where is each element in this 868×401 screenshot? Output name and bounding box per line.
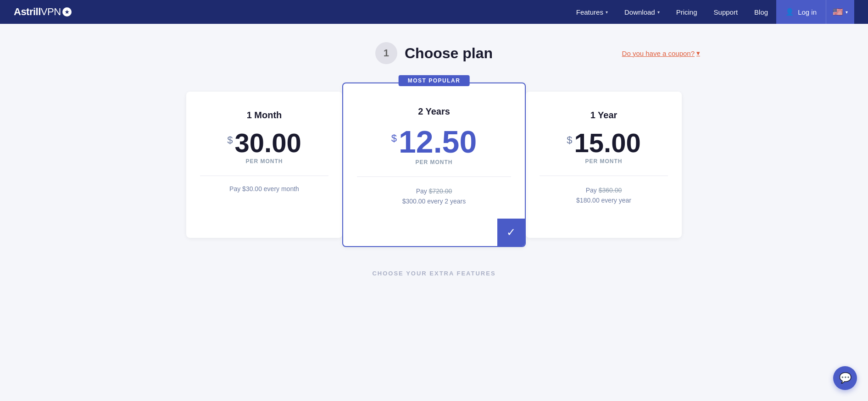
plan-amount-1month: 30.00 — [235, 130, 301, 156]
plan-currency-1year: $ — [567, 134, 572, 146]
nav-pricing[interactable]: Pricing — [668, 0, 706, 24]
nav-blog[interactable]: Blog — [746, 0, 776, 24]
plan-currency-2years: $ — [391, 132, 397, 144]
nav-features-label: Features — [576, 8, 603, 16]
plan-amount-1year: 15.00 — [574, 130, 641, 156]
plan-card-1month[interactable]: 1 Month $ 30.00 PER MONTH Pay $30.00 eve… — [186, 92, 342, 238]
plan-card-2years[interactable]: MOST POPULAR 2 Years $ 12.50 PER MONTH P… — [342, 82, 526, 247]
logo[interactable]: AstrillVPN★ — [14, 6, 72, 18]
extra-features-label: CHOOSE YOUR EXTRA FEATURES — [168, 270, 700, 277]
most-popular-badge: MOST POPULAR — [399, 75, 470, 86]
plan-billing-actual-2years: $300.00 every 2 years — [402, 198, 466, 205]
nav-download[interactable]: Download ▾ — [616, 0, 668, 24]
coupon-text: Do you have a coupon? — [622, 49, 695, 57]
plan-name-1year: 1 Year — [590, 110, 618, 121]
flag-icon: 🇺🇸 — [833, 7, 843, 17]
navbar-nav: Features ▾ Download ▾ Pricing Support Bl… — [568, 0, 854, 24]
language-selector[interactable]: 🇺🇸 ▾ — [826, 0, 854, 24]
nav-pricing-label: Pricing — [676, 8, 697, 16]
nav-download-chevron-icon: ▾ — [657, 10, 660, 15]
plan-per-month-1month: PER MONTH — [246, 158, 283, 165]
plan-price-block-1month: $ 30.00 — [227, 130, 301, 156]
plan-billing-text-1month: Pay $30.00 every month — [229, 185, 299, 192]
chat-button[interactable]: 💬 — [833, 366, 857, 390]
login-button[interactable]: 👤 Log in — [776, 0, 826, 24]
nav-download-label: Download — [624, 8, 655, 16]
page-title: Choose plan — [405, 45, 493, 62]
plan-billing-prefix-1year: Pay — [586, 187, 599, 194]
nav-support-label: Support — [714, 8, 738, 16]
plan-per-month-1year: PER MONTH — [585, 158, 623, 165]
logo-text: Astrill — [14, 6, 41, 18]
nav-features[interactable]: Features ▾ — [568, 0, 616, 24]
checkmark-icon: ✓ — [506, 226, 516, 239]
plan-price-block-2years: $ 12.50 — [391, 126, 477, 157]
plan-billing-actual-1year: $180.00 every year — [576, 197, 631, 204]
plan-billing-1year: Pay $360.00 $180.00 every year — [576, 185, 631, 220]
plan-divider-1year — [540, 176, 668, 176]
logo-star-icon: ★ — [62, 7, 72, 16]
navbar: AstrillVPN★ Features ▾ Download ▾ Pricin… — [0, 0, 868, 24]
plan-billing-1month: Pay $30.00 every month — [229, 185, 299, 206]
plan-billing-strikethrough-1year: $360.00 — [599, 187, 622, 194]
header-row: 1 Choose plan Do you have a coupon? ▾ — [168, 42, 700, 64]
flag-chevron-icon: ▾ — [846, 10, 848, 15]
plan-billing-2years: Pay $720.00 $300.00 every 2 years — [402, 186, 466, 246]
plan-divider-1month — [200, 176, 328, 176]
plan-selected-check-2years: ✓ — [497, 219, 525, 246]
plans-grid: 1 Month $ 30.00 PER MONTH Pay $30.00 eve… — [168, 82, 700, 247]
plan-amount-2years: 12.50 — [399, 126, 477, 157]
plan-billing-prefix-2years: Pay — [416, 187, 429, 195]
step-title: 1 Choose plan — [375, 42, 493, 64]
plan-billing-strikethrough-2years: $720.00 — [429, 187, 452, 195]
coupon-chevron-icon: ▾ — [696, 49, 700, 57]
main-content: 1 Choose plan Do you have a coupon? ▾ 1 … — [159, 24, 709, 304]
login-user-icon: 👤 — [785, 8, 794, 16]
plan-card-1year[interactable]: 1 Year $ 15.00 PER MONTH Pay $360.00 $18… — [526, 92, 682, 238]
nav-features-chevron-icon: ▾ — [606, 10, 608, 15]
plan-price-block-1year: $ 15.00 — [567, 130, 640, 156]
nav-blog-label: Blog — [754, 8, 768, 16]
coupon-link[interactable]: Do you have a coupon? ▾ — [622, 49, 700, 57]
plan-divider-2years — [357, 176, 511, 177]
chat-icon: 💬 — [839, 372, 851, 384]
login-label: Log in — [798, 8, 817, 16]
logo-vpn-text: VPN — [41, 6, 61, 18]
step-number: 1 — [375, 42, 397, 64]
plan-name-1month: 1 Month — [247, 110, 282, 121]
nav-support[interactable]: Support — [706, 0, 746, 24]
plan-currency-1month: $ — [227, 134, 233, 146]
plan-name-2years: 2 Years — [418, 106, 450, 117]
plan-per-month-2years: PER MONTH — [416, 159, 453, 165]
